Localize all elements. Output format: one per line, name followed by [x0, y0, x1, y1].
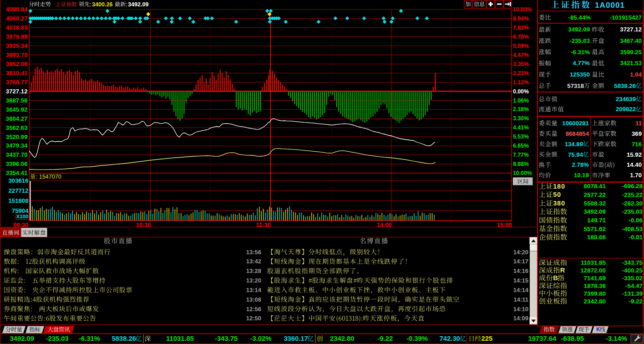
svg-text:-101915427: -101915427: [610, 14, 642, 21]
svg-text:57318: 57318: [567, 82, 584, 89]
svg-text:-282.30: -282.30: [622, 200, 643, 207]
svg-text:1A0001: 1A0001: [595, 1, 625, 10]
svg-text:-3.14%: -3.14%: [606, 335, 627, 342]
svg-text:3396.06: 3396.06: [6, 160, 28, 167]
svg-text:15.92: 15.92: [627, 151, 642, 158]
svg-text:2.18%: 2.18%: [513, 106, 529, 113]
svg-text:3.35%: 3.35%: [513, 61, 529, 67]
svg-text:-6.31%: -6.31%: [79, 335, 100, 342]
svg-text:14:11: 14:11: [513, 296, 528, 303]
svg-text:2.78%: 2.78%: [572, 161, 589, 168]
svg-text:134.89: 134.89: [565, 141, 583, 148]
svg-text:-235.03: -235.03: [569, 37, 590, 44]
svg-text:B: B: [553, 274, 558, 282]
svg-text:188.66: 188.66: [587, 234, 606, 241]
svg-text:225: 225: [482, 335, 493, 342]
svg-text::: :: [126, 1, 127, 8]
svg-text:3492.09: 3492.09: [568, 26, 590, 33]
svg-text:3604.27: 3604.27: [6, 115, 28, 122]
svg-text:-235.03: -235.03: [46, 335, 69, 342]
svg-text:-343.75: -343.75: [622, 259, 643, 266]
svg-text:14:14: 14:14: [513, 287, 529, 293]
svg-text:5571.62: 5571.62: [584, 226, 606, 232]
svg-text:7.77%: 7.77%: [513, 152, 529, 158]
svg-text:-638.95: -638.95: [561, 335, 584, 342]
svg-text:-0.39%: -0.39%: [406, 335, 428, 342]
svg-text:3437.70: 3437.70: [6, 151, 28, 158]
svg-text:-235.03: -235.03: [622, 208, 643, 215]
svg-text:149.71: 149.71: [587, 217, 606, 224]
svg-text:-235.22: -235.22: [622, 191, 643, 198]
svg-text:716: 716: [632, 141, 642, 148]
svg-text:369: 369: [632, 130, 642, 137]
svg-text:X100: X100: [16, 214, 28, 219]
svg-text:2342.80: 2342.80: [584, 298, 606, 305]
svg-text:125350: 125350: [570, 71, 590, 78]
svg-text:3727.12: 3727.12: [6, 88, 28, 95]
svg-text:-54.47: -54.47: [625, 282, 643, 289]
svg-text:4018.63: 4018.63: [6, 24, 28, 31]
svg-text::: :: [90, 1, 91, 8]
svg-text:7399.80: 7399.80: [584, 290, 606, 297]
svg-text:-131.39: -131.39: [622, 290, 643, 297]
svg-text:3852.06: 3852.06: [6, 61, 28, 67]
svg-text:4.77%: 4.77%: [573, 60, 590, 67]
svg-text:-408.53: -408.53: [622, 226, 643, 232]
svg-text:151808: 151808: [8, 197, 28, 204]
svg-text:3.30%: 3.30%: [513, 115, 529, 122]
svg-text:5.59%: 5.59%: [513, 43, 529, 49]
svg-text:-400.25: -400.25: [622, 267, 643, 274]
svg-text:3467.40: 3467.40: [620, 37, 642, 44]
svg-text:4099.84: 4099.84: [6, 6, 28, 13]
svg-text:50: 50: [553, 191, 561, 198]
svg-text:12872.00: 12872.00: [580, 267, 606, 274]
svg-text:14:10: 14:10: [513, 306, 528, 313]
svg-text:180: 180: [553, 183, 565, 190]
svg-text:-0.01: -0.01: [629, 234, 643, 241]
svg-text:10600281: 10600281: [562, 120, 589, 127]
svg-text:12:56: 12:56: [246, 306, 261, 313]
svg-text:5508.32: 5508.32: [584, 200, 606, 207]
svg-text:3599.25: 3599.25: [620, 49, 642, 56]
svg-text:2342.80: 2342.80: [330, 335, 355, 342]
svg-text:1.12%: 1.12%: [513, 79, 529, 86]
svg-text:14:17: 14:17: [513, 258, 528, 265]
svg-text:-3.02%: -3.02%: [250, 335, 272, 342]
svg-text:-335.02: -335.02: [622, 275, 643, 282]
svg-text:209822: 209822: [616, 106, 636, 113]
svg-text:742.30: 742.30: [440, 335, 460, 342]
svg-text:-343.75: -343.75: [215, 335, 238, 342]
svg-text:2.23%: 2.23%: [513, 70, 529, 77]
svg-text:3645.92: 3645.92: [6, 106, 28, 113]
svg-text:-9.22: -9.22: [629, 298, 643, 305]
svg-text:8078.41: 8078.41: [584, 183, 606, 190]
svg-text:5.53%: 5.53%: [513, 133, 529, 140]
svg-text:3354.41: 3354.41: [6, 169, 28, 176]
svg-text:7.82%: 7.82%: [513, 25, 529, 31]
svg-text:4.47%: 4.47%: [513, 52, 529, 58]
svg-text:10.00%: 10.00%: [513, 170, 532, 176]
svg-text:13:08: 13:08: [246, 296, 261, 303]
svg-text:14:20: 14:20: [513, 249, 528, 256]
svg-text:13:42: 13:42: [246, 258, 261, 265]
svg-text:75.94: 75.94: [568, 151, 583, 158]
svg-text:3492.09: 3492.09: [128, 1, 149, 8]
svg-text:14:15: 14:15: [513, 277, 528, 284]
svg-text:3935.34: 3935.34: [6, 42, 28, 49]
svg-text:: 1547070: : 1547070: [36, 174, 61, 180]
svg-text:3687.56: 3687.56: [6, 97, 28, 104]
svg-text:5838.26: 5838.26: [112, 335, 137, 342]
svg-text:227712: 227712: [8, 187, 28, 194]
svg-text:380: 380: [553, 200, 565, 207]
svg-text:4.41%: 4.41%: [513, 124, 529, 131]
svg-text:234639: 234639: [616, 96, 636, 103]
svg-text:14.40: 14.40: [627, 161, 642, 168]
svg-text:-696.28: -696.28: [622, 183, 643, 190]
svg-text:3400.26: 3400.26: [92, 1, 113, 8]
svg-text:3810.41: 3810.41: [6, 70, 28, 77]
svg-text:13:56: 13:56: [246, 249, 261, 256]
svg-text:13:14: 13:14: [246, 287, 262, 293]
svg-text:6.70%: 6.70%: [513, 34, 529, 40]
svg-text:5838.26: 5838.26: [614, 82, 636, 89]
svg-text:3360.17: 3360.17: [284, 335, 308, 342]
